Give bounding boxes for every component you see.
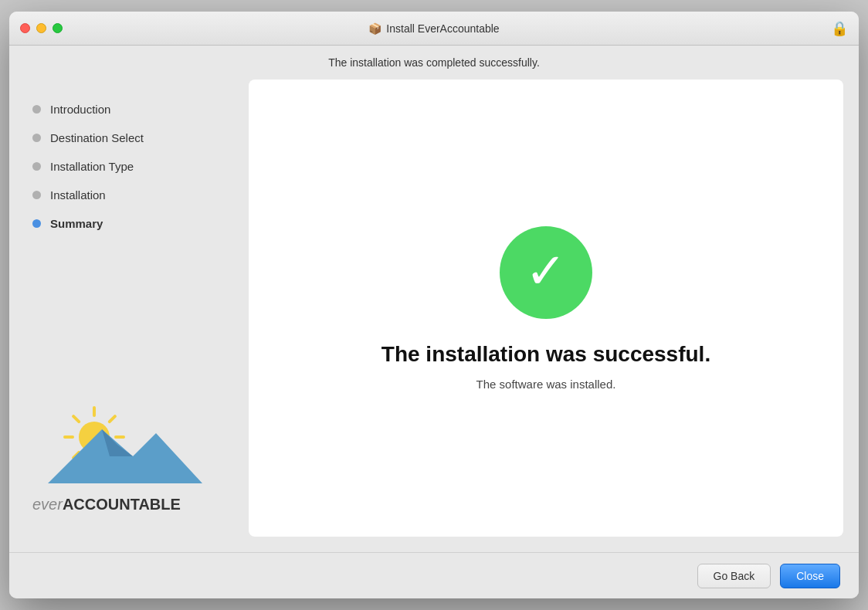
svg-line-1 <box>110 416 115 422</box>
sidebar-dot-introduction <box>32 105 41 114</box>
sidebar-label-summary: Summary <box>50 217 103 230</box>
sidebar-label-installation-type: Installation Type <box>50 160 134 173</box>
lock-icon: 🔒 <box>831 20 848 37</box>
svg-line-4 <box>73 416 79 422</box>
sidebar-item-destination-select[interactable]: Destination Select <box>9 124 249 152</box>
sidebar-item-installation[interactable]: Installation <box>9 181 249 209</box>
checkmark-icon: ✓ <box>525 246 567 296</box>
sidebar: Introduction Destination Select Installa… <box>9 80 249 552</box>
titlebar: 📦 Install EverAccountable 🔒 <box>9 12 859 46</box>
sidebar-item-summary[interactable]: Summary <box>9 209 249 238</box>
sidebar-dot-destination-select <box>32 134 41 142</box>
close-button[interactable]: Close <box>780 564 840 588</box>
brand-logo: everACCOUNTABLE <box>9 375 249 537</box>
sidebar-label-installation: Installation <box>50 188 106 202</box>
installer-icon: 📦 <box>368 22 381 35</box>
traffic-lights <box>20 23 63 33</box>
main-content: Introduction Destination Select Installa… <box>9 80 859 552</box>
go-back-button[interactable]: Go Back <box>697 564 771 588</box>
sidebar-nav: Introduction Destination Select Installa… <box>9 95 249 238</box>
success-subtitle: The software was installed. <box>476 378 616 391</box>
sidebar-dot-installation <box>32 191 41 199</box>
window-title: 📦 Install EverAccountable <box>368 22 499 35</box>
installer-window: 📦 Install EverAccountable 🔒 The installa… <box>9 12 859 598</box>
sidebar-dot-summary <box>32 219 41 228</box>
status-message: The installation was completed successfu… <box>328 56 540 69</box>
bottom-bar: Go Back Close <box>9 552 859 598</box>
accountable-text: ACCOUNTABLE <box>63 496 181 513</box>
sidebar-dot-installation-type <box>32 162 41 171</box>
sidebar-label-introduction: Introduction <box>50 103 110 116</box>
sidebar-label-destination-select: Destination Select <box>50 131 144 144</box>
maximize-window-button[interactable] <box>53 23 63 33</box>
close-window-button[interactable] <box>20 23 30 33</box>
success-title: The installation was successful. <box>381 342 710 367</box>
minimize-window-button[interactable] <box>36 23 46 33</box>
right-panel: ✓ The installation was successful. The s… <box>249 80 843 537</box>
sidebar-item-introduction[interactable]: Introduction <box>9 95 249 124</box>
brand-text: everACCOUNTABLE <box>32 496 225 513</box>
logo-svg <box>32 391 210 491</box>
ever-text: ever <box>32 496 63 513</box>
status-bar: The installation was completed successfu… <box>9 46 859 80</box>
success-icon: ✓ <box>500 226 592 319</box>
sidebar-item-installation-type[interactable]: Installation Type <box>9 152 249 181</box>
